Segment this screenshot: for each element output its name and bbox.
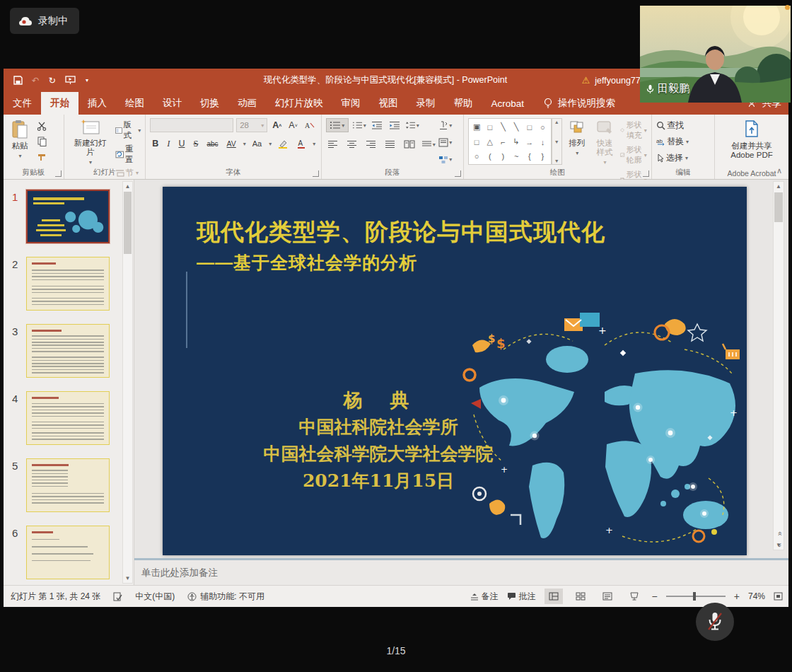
microphone-muted-button[interactable] [696, 603, 734, 641]
slide-thumbnail-6[interactable] [26, 526, 110, 579]
clipboard-dialog-launcher[interactable] [55, 170, 62, 177]
shape-option-icon[interactable]: ▣ [473, 122, 480, 132]
text-shadow-button[interactable]: abc [204, 137, 220, 150]
thumbnail-scroll-up-icon[interactable]: ▲ [123, 183, 132, 190]
columns-button[interactable] [402, 138, 417, 151]
bold-button[interactable]: B [150, 137, 161, 150]
zoom-slider[interactable] [666, 596, 726, 597]
start-slideshow-icon[interactable] [65, 76, 76, 85]
convert-smartart-button[interactable]: ▾ [438, 153, 453, 166]
slide-title-block[interactable]: 现代化类型学、阶段论与中国式现代化 ——基于全球社会学的分析 [197, 216, 605, 274]
spellcheck-icon[interactable] [113, 592, 122, 601]
qat-customize-icon[interactable]: ▾ [86, 77, 88, 83]
thumbnail-row-6[interactable]: 6 [8, 526, 134, 579]
shape-option-icon[interactable]: △ [487, 137, 493, 146]
thumbnail-row-1[interactable]: 1 [8, 190, 134, 243]
thumbnail-row-3[interactable]: 3 [8, 324, 134, 378]
fit-to-window-icon[interactable] [774, 592, 783, 601]
comments-toggle-button[interactable]: 批注 [507, 591, 536, 603]
align-left-button[interactable] [326, 138, 340, 151]
find-button[interactable]: 查找 [656, 120, 689, 132]
drawing-dialog-launcher[interactable] [643, 170, 649, 177]
new-slide-button[interactable]: 新建幻灯片 ▾ [69, 118, 112, 168]
shape-option-icon[interactable]: { [528, 152, 531, 161]
tab-record[interactable]: 录制 [407, 92, 445, 115]
tab-view[interactable]: 视图 [370, 92, 407, 115]
zoom-in-button[interactable]: + [734, 591, 740, 602]
tab-insert[interactable]: 插入 [78, 92, 116, 115]
increase-indent-button[interactable] [388, 119, 402, 132]
tab-help[interactable]: 帮助 [445, 92, 482, 115]
highlight-color-button[interactable] [276, 137, 291, 150]
shapes-gallery[interactable]: ▣□╲╲□○ □△⌐↳→↓ ○()~{} [468, 118, 552, 165]
quick-styles-button[interactable]: 快速样式 ▾ [592, 118, 617, 168]
redo-icon[interactable]: ↻ [48, 75, 55, 86]
reading-view-button[interactable] [598, 589, 617, 604]
line-spacing-button[interactable]: ▾ [405, 119, 419, 132]
shape-option-icon[interactable]: ⌐ [501, 138, 505, 146]
reset-button[interactable]: 重置 [115, 144, 141, 165]
thumbnail-row-4[interactable]: 4 [8, 391, 134, 445]
shapes-gallery-scrollbar[interactable]: ▲ ▼ ▼ [552, 118, 562, 165]
tab-draw[interactable]: 绘图 [116, 92, 153, 115]
collapse-ribbon-button[interactable]: ∧ [776, 166, 782, 175]
shape-option-icon[interactable]: } [542, 152, 544, 161]
slide-thumbnail-4[interactable] [26, 391, 110, 445]
tab-review[interactable]: 审阅 [332, 92, 370, 115]
align-center-button[interactable] [345, 138, 359, 151]
thumbnail-row-5[interactable]: 5 [8, 458, 134, 512]
font-color-button[interactable]: A [295, 137, 308, 150]
notes-toggle-button[interactable]: 备注 [470, 591, 499, 603]
paste-button[interactable]: 粘贴 ▾ [8, 118, 32, 168]
tab-home[interactable]: 开始 [41, 92, 78, 115]
slide-thumbnail-1[interactable] [26, 190, 110, 243]
zoom-out-button[interactable]: − [652, 591, 658, 602]
shape-option-icon[interactable]: ╲ [514, 122, 519, 132]
change-case-button[interactable]: Aa [250, 137, 264, 150]
shape-option-icon[interactable]: ↓ [541, 138, 545, 146]
clear-formatting-button[interactable]: A [303, 119, 317, 132]
previous-slide-button[interactable]: » [776, 531, 783, 535]
thumbnail-row-2[interactable]: 2 [8, 257, 134, 311]
shape-option-icon[interactable]: ( [489, 152, 491, 161]
align-right-button[interactable] [364, 138, 378, 151]
text-direction-button[interactable]: ▾ [438, 119, 453, 132]
decrease-indent-button[interactable] [370, 119, 384, 132]
thumbnail-scroll-down-icon[interactable]: ▼ [123, 575, 132, 581]
tab-file[interactable]: 文件 [4, 92, 41, 115]
tab-animations[interactable]: 动画 [228, 92, 266, 115]
font-dialog-launcher[interactable] [313, 170, 319, 177]
shape-outline-button[interactable]: 形状轮廓 ▾ [620, 144, 647, 166]
character-spacing-button[interactable]: AV [225, 137, 238, 150]
zoom-level[interactable]: 74% [748, 591, 765, 601]
shapes-scroll-up-icon[interactable]: ▲ [554, 120, 559, 124]
thumbnail-scrollbar-thumb[interactable] [124, 192, 132, 254]
shape-option-icon[interactable]: ) [502, 152, 505, 161]
cut-button[interactable] [35, 120, 49, 132]
shape-option-icon[interactable]: → [525, 138, 533, 146]
add-remove-columns-button[interactable]: ▾ [421, 138, 436, 151]
shape-fill-button[interactable]: 形状填充 ▾ [620, 120, 647, 141]
slideshow-view-button[interactable] [625, 589, 644, 604]
slide-thumbnail-5[interactable] [26, 458, 110, 512]
justify-button[interactable] [383, 138, 397, 151]
shape-option-icon[interactable]: □ [527, 123, 532, 132]
slide-sorter-view-button[interactable] [571, 589, 590, 604]
slide-canvas[interactable]: 现代化类型学、阶段论与中国式现代化 ——基于全球社会学的分析 杨 典 中国社科院… [163, 187, 747, 555]
copy-button[interactable] [35, 135, 49, 148]
shape-option-icon[interactable]: □ [474, 138, 479, 146]
font-name-combobox[interactable] [150, 118, 233, 132]
select-button[interactable]: 选择 ▾ [656, 152, 689, 164]
slide-thumbnail-2[interactable] [26, 257, 110, 311]
shape-option-icon[interactable]: ╲ [501, 122, 506, 132]
underline-button[interactable]: U [176, 137, 187, 150]
font-size-combobox[interactable]: 28 ▾ [236, 118, 267, 132]
notes-pane[interactable]: 单击此处添加备注 [134, 558, 788, 585]
shape-option-icon[interactable]: ~ [514, 152, 518, 161]
accessibility-checker[interactable]: 辅助功能: 不可用 [187, 591, 264, 603]
format-painter-button[interactable] [35, 151, 49, 163]
slide-scrollbar-thumb[interactable] [774, 192, 783, 222]
increase-font-button[interactable]: A˄ [270, 119, 284, 132]
zoom-slider-thumb[interactable] [693, 592, 696, 601]
create-pdf-button[interactable]: 创建并共享 Adobe PDF [721, 118, 783, 168]
